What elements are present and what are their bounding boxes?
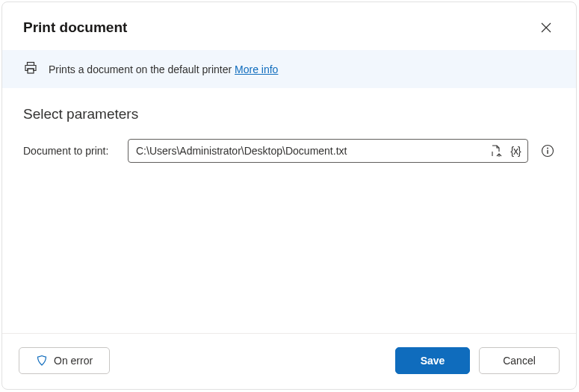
footer-right: Save Cancel — [395, 347, 560, 374]
dialog-footer: On error Save Cancel — [2, 333, 576, 389]
variable-picker-button[interactable]: {x} — [508, 143, 523, 158]
help-button[interactable] — [540, 143, 555, 158]
on-error-label: On error — [54, 355, 93, 367]
close-icon — [541, 22, 551, 33]
dialog-header: Print document — [2, 2, 576, 50]
save-label: Save — [421, 355, 445, 367]
input-icons: {x} — [489, 143, 523, 158]
section-title: Select parameters — [23, 106, 555, 122]
file-picker-button[interactable] — [489, 143, 504, 158]
variable-icon: {x} — [510, 145, 520, 157]
banner-text: Prints a document on the default printer… — [49, 63, 278, 75]
cancel-label: Cancel — [503, 355, 536, 367]
document-to-print-input[interactable] — [136, 145, 489, 157]
close-button[interactable] — [534, 16, 558, 40]
dialog-content: Select parameters Document to print: — [2, 88, 576, 333]
more-info-link[interactable]: More info — [235, 63, 278, 75]
svg-rect-1 — [28, 69, 34, 73]
dialog-title: Print document — [23, 19, 127, 36]
svg-point-3 — [547, 148, 548, 149]
save-button[interactable]: Save — [395, 347, 470, 374]
param-row-document: Document to print: {x} — [23, 139, 555, 163]
document-to-print-label: Document to print: — [23, 145, 119, 157]
file-arrow-icon — [489, 144, 503, 158]
print-document-dialog: Print document Prints a document on the … — [1, 1, 577, 390]
cancel-button[interactable]: Cancel — [479, 347, 560, 374]
info-banner: Prints a document on the default printer… — [2, 50, 576, 88]
on-error-button[interactable]: On error — [19, 347, 110, 374]
printer-icon — [23, 60, 38, 78]
document-input-wrapper: {x} — [128, 139, 528, 163]
shield-icon — [36, 355, 48, 367]
banner-description: Prints a document on the default printer — [49, 63, 235, 75]
svg-rect-4 — [547, 150, 548, 154]
info-icon — [541, 144, 554, 158]
